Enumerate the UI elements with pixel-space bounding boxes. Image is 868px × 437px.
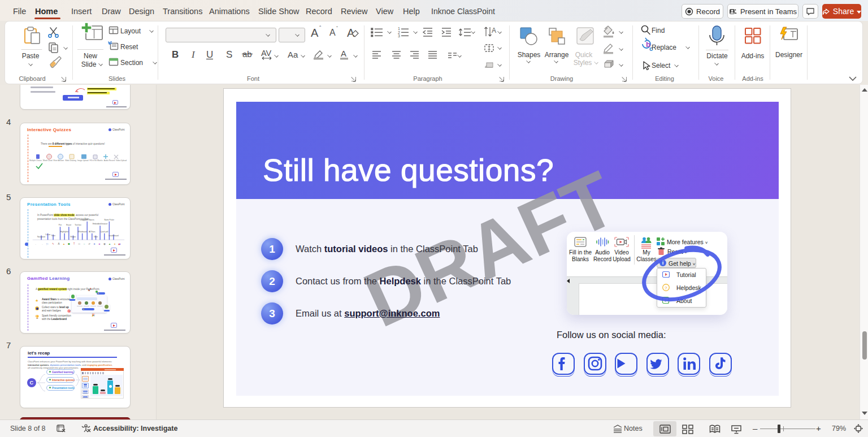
svg-text:A: A — [311, 27, 319, 39]
svg-text:Whiteboard: Whiteboard — [78, 231, 87, 233]
svg-text:Name Picker: Name Picker — [105, 219, 114, 221]
svg-text:✎: ✎ — [52, 243, 54, 245]
svg-text:ˇ: ˇ — [336, 25, 338, 31]
svg-text:○: ○ — [84, 243, 85, 245]
svg-text:A: A — [341, 49, 346, 58]
svg-text:S: S — [226, 49, 232, 60]
svg-text:Quick poll: Quick poll — [101, 231, 108, 233]
svg-text:A: A — [329, 28, 336, 37]
svg-text:Cursor: Cursor — [45, 233, 50, 236]
svg-text:U: U — [206, 49, 213, 60]
svg-text:A: A — [58, 243, 59, 245]
svg-text:★: ★ — [93, 243, 96, 245]
svg-text:Leaderboard: Leaderboard — [108, 235, 119, 237]
svg-text:Text box: Text box — [75, 224, 81, 226]
svg-text:ˆ: ˆ — [319, 25, 322, 32]
svg-text:I: I — [191, 49, 196, 60]
svg-text:Draggable Objects: Draggable Objects — [80, 219, 95, 221]
svg-text:□: □ — [79, 243, 80, 245]
svg-text:↺: ↺ — [88, 243, 90, 245]
svg-text:Shapes: Shapes — [70, 236, 76, 238]
svg-text:T: T — [73, 243, 75, 245]
svg-text:AV: AV — [261, 49, 272, 58]
svg-text:Navigation: Navigation — [37, 236, 46, 238]
svg-text:Highlighter: Highlighter — [60, 231, 69, 233]
svg-text:◉: ◉ — [103, 243, 106, 245]
svg-text:Aa: Aa — [288, 50, 298, 59]
svg-text:◼: ◼ — [68, 243, 70, 245]
svg-text:B: B — [172, 49, 179, 60]
svg-text:Pen: Pen — [59, 224, 62, 226]
svg-text:Timer: Timer — [94, 236, 98, 238]
svg-text:→: → — [41, 243, 44, 245]
svg-text:Eraser: Eraser — [66, 224, 71, 226]
svg-text:3: 3 — [398, 34, 400, 38]
svg-text:▲: ▲ — [63, 243, 65, 245]
svg-text:Timer: Timer — [51, 235, 55, 237]
svg-text:A: A — [492, 27, 496, 34]
svg-text:●: ● — [114, 243, 116, 245]
svg-text:▲: ▲ — [108, 243, 111, 245]
svg-text:All Stars: All Stars — [89, 231, 96, 233]
svg-text:■: ■ — [99, 243, 101, 245]
svg-text:▷: ▷ — [46, 243, 49, 245]
svg-text:Embedded browser: Embedded browser — [93, 223, 107, 225]
svg-text:←: ← — [35, 243, 38, 245]
